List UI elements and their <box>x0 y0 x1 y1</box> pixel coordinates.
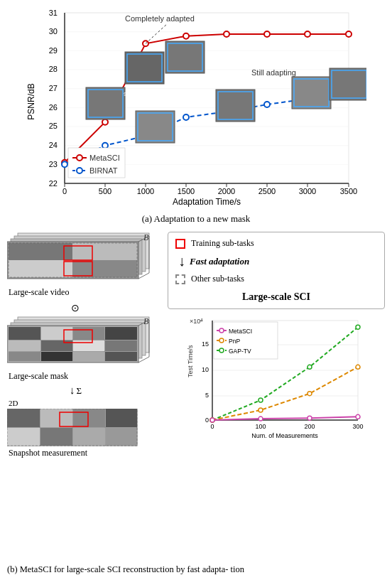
svg-point-49 <box>62 161 67 167</box>
svg-rect-74 <box>330 68 366 100</box>
svg-point-179 <box>219 348 224 353</box>
svg-text:PnP: PnP <box>229 338 240 345</box>
svg-rect-131 <box>7 409 40 427</box>
svg-text:Test Time/s: Test Time/s <box>187 345 194 377</box>
svg-point-176 <box>219 338 224 343</box>
svg-point-167 <box>210 418 214 422</box>
svg-rect-90 <box>9 260 72 277</box>
svg-point-173 <box>219 328 224 333</box>
other-tasks-row: Other sub-tasks <box>175 274 244 284</box>
svg-rect-66 <box>165 41 205 73</box>
svg-rect-61 <box>86 87 125 119</box>
mask-stack: B <box>7 316 156 371</box>
svg-point-165 <box>307 392 312 396</box>
svg-text:25: 25 <box>49 122 58 130</box>
mask-stack-svg: B <box>7 316 156 374</box>
large-sci-result-label: Large-scale SCI <box>242 291 310 303</box>
svg-point-44 <box>183 33 189 39</box>
svg-rect-136 <box>40 428 72 446</box>
svg-rect-135 <box>7 428 40 446</box>
sum-symbol: Σ <box>77 385 82 397</box>
svg-text:MetaSCI: MetaSCI <box>229 328 252 335</box>
svg-rect-64 <box>125 52 164 84</box>
svg-text:0: 0 <box>210 423 214 430</box>
adaptation-box: Training sub-tasks ↓ Fast adaptation Oth… <box>168 232 385 309</box>
left-panel: B Large-scale video ⊙ <box>7 229 163 561</box>
svg-rect-91 <box>72 260 137 277</box>
mask-block: B Large-scale mask <box>7 316 163 382</box>
svg-rect-109 <box>9 327 40 340</box>
svg-rect-112 <box>105 327 137 340</box>
svg-rect-113 <box>9 340 40 351</box>
svg-rect-137 <box>73 428 105 446</box>
svg-point-50 <box>102 143 108 149</box>
svg-text:Still adapting: Still adapting <box>251 68 296 77</box>
svg-point-161 <box>307 365 312 369</box>
svg-text:Num. of Measurements: Num. of Measurements <box>251 432 318 439</box>
svg-rect-111 <box>73 327 104 340</box>
svg-text:31: 31 <box>49 9 58 17</box>
svg-rect-116 <box>105 340 137 351</box>
svg-rect-88 <box>9 243 72 260</box>
svg-text:26: 26 <box>49 103 58 112</box>
svg-point-166 <box>356 365 360 369</box>
fast-adapt-row: ↓ Fast adaptation <box>178 253 249 269</box>
svg-text:500: 500 <box>99 187 111 195</box>
video-stack: B <box>7 232 156 287</box>
svg-point-170 <box>356 414 360 419</box>
svg-rect-138 <box>106 428 137 446</box>
other-tasks-label: Other sub-tasks <box>191 274 244 284</box>
down-arrow: ↓ <box>70 385 75 397</box>
svg-rect-72 <box>292 77 331 109</box>
snapshot-label: Snapshot measurement <box>9 448 163 458</box>
svg-text:0: 0 <box>205 417 209 424</box>
svg-text:3000: 3000 <box>299 187 316 195</box>
top-chart-section: 22 23 24 25 26 27 28 29 30 31 0 500 1000 <box>7 6 385 229</box>
svg-text:PSNR/dB: PSNR/dB <box>26 83 36 119</box>
training-label: Training sub-tasks <box>191 238 254 249</box>
svg-point-160 <box>258 398 263 402</box>
svg-point-48 <box>346 31 352 37</box>
svg-point-168 <box>258 417 263 421</box>
svg-text:9: 9 <box>124 91 127 97</box>
red-rect-icon <box>175 239 185 249</box>
right-panel: Training sub-tasks ↓ Fast adaptation Oth… <box>168 229 385 561</box>
odot-symbol: ⊙ <box>71 302 163 314</box>
svg-rect-120 <box>105 352 137 361</box>
dashed-rect-icon <box>175 274 185 284</box>
svg-text:24: 24 <box>49 141 58 149</box>
svg-point-81 <box>77 168 82 173</box>
svg-point-164 <box>258 408 263 412</box>
bottom-section: B Large-scale video ⊙ <box>7 229 385 576</box>
svg-rect-117 <box>9 352 40 361</box>
sum-row: ↓ Σ <box>70 385 163 397</box>
svg-rect-118 <box>41 352 72 361</box>
svg-point-43 <box>143 41 148 46</box>
svg-text:1500: 1500 <box>178 187 195 195</box>
svg-text:200: 200 <box>304 423 315 430</box>
svg-text:30: 30 <box>49 27 58 36</box>
svg-text:2500: 2500 <box>258 187 276 195</box>
svg-text:27: 27 <box>49 84 58 92</box>
page: 22 23 24 25 26 27 28 29 30 31 0 500 1000 <box>0 0 392 580</box>
svg-point-162 <box>356 325 360 329</box>
svg-text:2000: 2000 <box>218 187 235 195</box>
svg-rect-110 <box>41 327 72 340</box>
svg-text:BIRNAT: BIRNAT <box>89 166 118 175</box>
svg-rect-119 <box>73 352 104 361</box>
bottom-caption-text: (b) MetaSCI for large-scale SCI reconstr… <box>7 564 244 574</box>
svg-point-47 <box>305 31 310 37</box>
svg-text:29: 29 <box>49 46 58 55</box>
bottom-content: B Large-scale video ⊙ <box>7 229 385 561</box>
video-block: B Large-scale video <box>7 232 163 298</box>
svg-point-42 <box>102 119 108 125</box>
svg-text:15: 15 <box>202 340 209 348</box>
svg-point-45 <box>224 31 229 37</box>
svg-text:1000: 1000 <box>137 187 154 195</box>
snapshot-svg <box>7 409 138 448</box>
svg-rect-70 <box>216 90 255 122</box>
svg-text:22: 22 <box>49 179 58 188</box>
top-chart-caption: (a) Adaptation to a new mask <box>142 213 251 225</box>
svg-rect-132 <box>40 409 72 427</box>
time-chart-container: ×10⁴ Test Time/s 0 5 10 15 <box>168 313 385 558</box>
